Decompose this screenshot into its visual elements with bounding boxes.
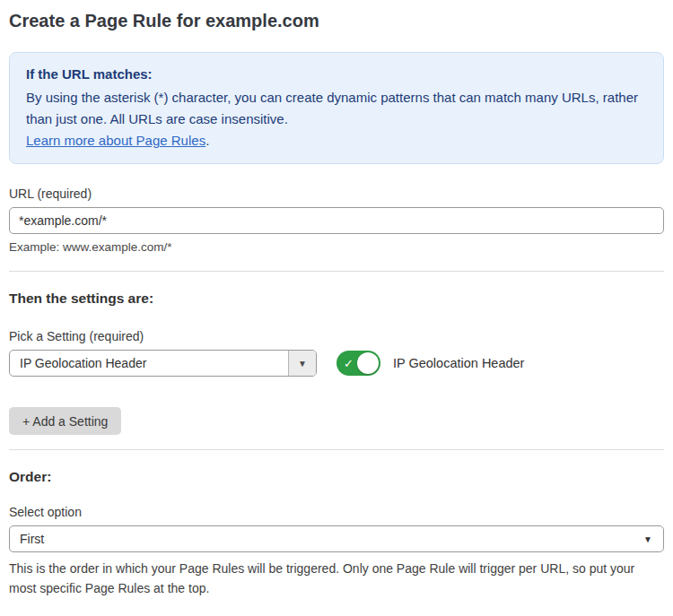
info-box-heading: If the URL matches:	[26, 64, 647, 85]
url-example-helper: Example: www.example.com/*	[9, 240, 664, 254]
setting-dropdown-value: IP Geolocation Header	[10, 351, 288, 376]
toggle-label: IP Geolocation Header	[393, 356, 524, 370]
info-box-link-line: Learn more about Page Rules.	[26, 130, 647, 152]
order-helper-text: This is the order in which your Page Rul…	[9, 559, 664, 598]
learn-more-link[interactable]: Learn more about Page Rules	[26, 133, 205, 148]
chevron-down-icon: ▼	[643, 534, 652, 544]
page-rule-form: Create a Page Rule for example.com If th…	[0, 0, 673, 616]
url-input[interactable]	[9, 207, 664, 234]
url-field-label: URL (required)	[9, 187, 664, 201]
select-option-label: Select option	[9, 505, 664, 519]
setting-row: IP Geolocation Header ▼ ✓ IP Geolocation…	[9, 350, 664, 377]
divider	[9, 271, 664, 272]
url-matches-info-box: If the URL matches: By using the asteris…	[9, 52, 664, 164]
info-box-body: By using the asterisk (*) character, you…	[26, 87, 647, 130]
order-select-value: First	[20, 532, 44, 546]
check-icon: ✓	[344, 357, 354, 370]
order-section-heading: Order:	[9, 469, 664, 485]
link-period: .	[205, 133, 209, 148]
pick-setting-label: Pick a Setting (required)	[9, 329, 664, 343]
order-select[interactable]: First ▼	[9, 525, 664, 552]
chevron-down-icon: ▼	[298, 359, 307, 369]
toggle-knob	[357, 352, 379, 374]
divider	[9, 449, 664, 450]
add-setting-button[interactable]: + Add a Setting	[9, 407, 121, 435]
page-title: Create a Page Rule for example.com	[9, 11, 664, 31]
setting-dropdown[interactable]: IP Geolocation Header ▼	[9, 350, 317, 377]
ip-geolocation-toggle[interactable]: ✓	[336, 351, 380, 376]
setting-dropdown-button[interactable]: ▼	[288, 351, 316, 376]
settings-section-heading: Then the settings are:	[9, 291, 664, 307]
